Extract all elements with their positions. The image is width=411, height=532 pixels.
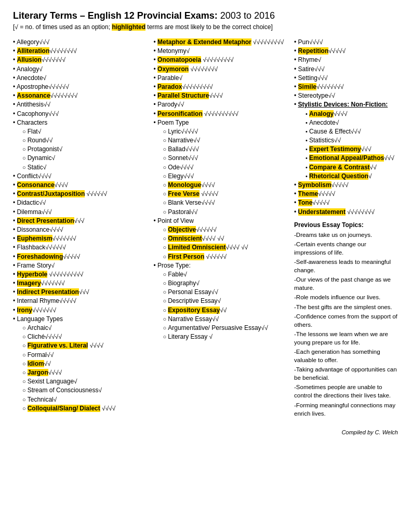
list-item: Anecdote√ (13, 74, 149, 82)
list-item: Euphemism√√√√√√√ (13, 234, 149, 243)
list-item: Rhetorical Question√ (306, 172, 398, 180)
list-item: Allegory√√√ (13, 38, 149, 46)
list-item: Narrative Essay√√ (163, 315, 289, 323)
list-item: Indirect Presentation√√√ (13, 288, 149, 296)
list-item: Language Types (13, 315, 149, 323)
list-item: Objective√√√√√√ (163, 225, 289, 234)
essay-topic: -The lessons we learn when we are young … (294, 330, 398, 347)
list-item: Alliteration√√√√√√√√ (13, 47, 149, 55)
list-item: Biography√ (163, 279, 289, 287)
list-item: Compare & Contrast√√ (306, 163, 398, 171)
essay-topic: -Taking advantage of opportunities can b… (294, 365, 398, 382)
column-2: Metaphor & Extended Metaphor √√√√√√√√√ M… (154, 38, 289, 341)
list-item: Jargon√√√√ (22, 368, 149, 377)
list-item: Protagonist√ (22, 145, 149, 153)
list-item: Conflict√√√√ (13, 172, 149, 180)
list-item: Antithesis√√ (13, 100, 149, 109)
list-item: Archaic√ (22, 324, 149, 332)
list-item: Ode√√√√ (163, 163, 289, 171)
list-item: Metaphor & Extended Metaphor √√√√√√√√√ (154, 38, 289, 46)
list-item: Elegy√√√ (163, 172, 289, 180)
list-item: Repetition√√√√√ (294, 47, 398, 55)
list-item: Rhyme√ (294, 56, 398, 64)
list-item: Onomatopoeia √√√√√√√√√ (154, 56, 289, 64)
list-item: Parody√√ (154, 100, 289, 109)
list-item: Technical√ (22, 395, 149, 404)
list-item: Imagery√√√√√√√ (13, 279, 149, 287)
essay-topic: -Sometimes people are unable to control … (294, 383, 398, 400)
list-item: Lyric√√√√√ (163, 127, 289, 136)
list-item: Sexist Language√ (22, 377, 149, 385)
column-3: Pun√√√√ Repetition√√√√√ Rhyme√ Satire√√√… (294, 38, 398, 419)
list-item: Frame Story√ (13, 261, 149, 270)
list-item: Point of View (154, 217, 289, 225)
list-item: Parallel Structure√√√√ (154, 91, 289, 100)
list-item: Omniscient√√√√ √√ (163, 234, 289, 243)
list-item: Expository Essay√√ (163, 306, 289, 314)
list-item: Emotional Appeal/Pathos√√√ (306, 154, 398, 162)
list-item: Idiom√√ (22, 360, 149, 368)
list-item: Paradox√√√√√√√√√ (154, 83, 289, 91)
list-item: Sonnet√√√ (163, 154, 289, 162)
list-item: Analogy√√√√ (306, 110, 398, 118)
list-item: Cause & Effect√√√ (306, 127, 398, 136)
list-item: Fable√ (163, 270, 289, 278)
list-item: Pun√√√√ (294, 38, 398, 46)
list-item: Limited Omniscient√√√√ √√ (163, 243, 289, 251)
list-item: Metonymy√ (154, 47, 289, 55)
list-item: Parable√ (154, 74, 289, 82)
essay-topic: -Each generation has something valuable … (294, 348, 398, 364)
list-item: Contrast/Juxtaposition √√√√√√ (13, 190, 149, 198)
previous-essays-section: Previous Essay Topics: -Dreams take us o… (294, 221, 398, 418)
list-item: Descriptive Essay√ (163, 297, 289, 305)
list-item: Round√√ (22, 136, 149, 144)
list-item: Dynamic√ (22, 154, 149, 162)
list-item: Foreshadowing√√√√√ (13, 252, 149, 261)
page-title: Literary Terms – English 12 Provincial E… (13, 10, 398, 21)
list-item: Simile√√√√√√√√ (294, 83, 398, 91)
list-item: Free Verse √√√√√ (163, 190, 289, 198)
list-item: Literary Essay √ (163, 332, 289, 341)
list-item: Personification √√√√√√√√√√ (154, 110, 289, 118)
list-item: Allusion√√√√√√√ (13, 56, 149, 64)
essay-topic: -Forming meaningful connections may enri… (294, 401, 398, 418)
compiled-by: Compiled by C. Welch (13, 429, 398, 435)
list-item: Apostrophe√√√√√√ (13, 83, 149, 91)
list-item: Cacophony√√√ (13, 110, 149, 118)
list-item: Monologue√√√√ (163, 181, 289, 189)
list-item: Direct Presentation√√√ (13, 217, 149, 225)
list-item: Internal Rhyme√√√√√ (13, 297, 149, 305)
list-item: First Person √√√√√√ (163, 252, 289, 261)
essay-topic: -The best gifts are the simplest ones. (294, 303, 398, 311)
list-item: Tone√√√√√ (294, 198, 398, 207)
list-item: Assonance√√√√√√√√ (13, 91, 149, 100)
list-item: Blank Verse√√√√ (163, 198, 289, 207)
list-item: Formal√√ (22, 351, 149, 359)
list-item: Cliché√√√√√ (22, 332, 149, 341)
list-item: Dissonance√√√√ (13, 225, 149, 234)
list-item: Anecdote√ (306, 118, 398, 127)
list-item: Figurative vs. Literal √√√√ (22, 341, 149, 350)
list-item: Characters (13, 118, 149, 127)
essay-topic: -Our views of the past change as we matu… (294, 275, 398, 292)
list-item: Irony√√√√√√√ (13, 306, 149, 314)
subtitle: [√ = no. of times used as an option; hig… (13, 23, 398, 31)
list-item: Consonance√√√√ (13, 181, 149, 189)
previous-essays-title: Previous Essay Topics: (294, 221, 398, 229)
list-item: Theme√√√√√ (294, 190, 398, 198)
list-item: Satire√√√ (294, 65, 398, 73)
essay-topic: -Certain events change our impressions o… (294, 240, 398, 257)
list-item: Analogy√ (13, 65, 149, 73)
list-item: Dilemma√√√ (13, 208, 149, 216)
list-item: Ballad√√√√ (163, 145, 289, 153)
list-item: Stereotype√√ (294, 91, 398, 100)
list-item: Static√ (22, 163, 149, 171)
essay-topic: -Confidence comes from the support of ot… (294, 312, 398, 329)
column-1: Allegory√√√ Alliteration√√√√√√√√ Allusio… (13, 38, 149, 413)
list-item: Argumentative/ Persuasive Essay√√ (163, 324, 289, 332)
essay-topic: -Self-awareness leads to meaningful chan… (294, 258, 398, 274)
list-item: Personal Essay√√ (163, 288, 289, 296)
list-item: Symbolism√√√√√ (294, 181, 398, 189)
list-item: Poem Type (154, 118, 289, 127)
list-item: Flat√ (22, 127, 149, 136)
